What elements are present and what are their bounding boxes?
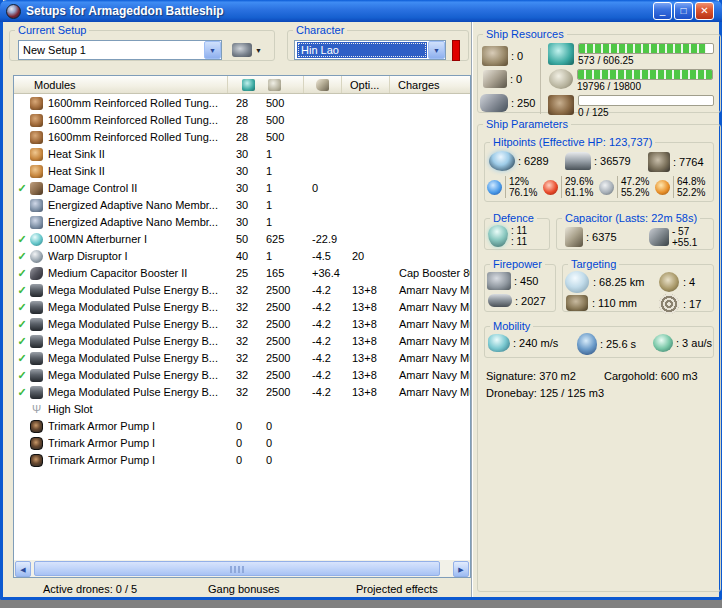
powergrid-value: 19796 / 19800 xyxy=(577,81,713,92)
module-cpu: 0 xyxy=(228,418,258,435)
targeting-range-icon xyxy=(565,271,589,293)
module-row[interactable]: ✓Damage Control II3010 xyxy=(14,180,470,197)
module-name: Mega Modulated Pulse Energy B... xyxy=(48,299,228,316)
close-button[interactable]: ✕ xyxy=(695,2,714,20)
module-row[interactable]: ✓Mega Modulated Pulse Energy B...322500-… xyxy=(14,384,470,401)
module-optimal xyxy=(342,112,390,129)
module-name: Medium Capacitor Booster II xyxy=(48,265,228,282)
module-cpu: 0 xyxy=(228,435,258,452)
module-row[interactable]: ✓Medium Capacitor Booster II25165+36.4Ca… xyxy=(14,265,470,282)
capacitor-column-header[interactable] xyxy=(304,76,342,93)
module-row[interactable]: ✓Warp Disruptor I401-4.520 xyxy=(14,248,470,265)
module-icon-cell xyxy=(30,401,48,418)
cpu-pg-column-header[interactable] xyxy=(228,76,304,93)
module-cap-use xyxy=(310,163,342,180)
scroll-left-icon[interactable]: ◀ xyxy=(15,561,31,577)
ship-resources-group: Ship Resources : 0 : 0 : 250 573 / 606.2… xyxy=(477,28,721,113)
drone-bar xyxy=(578,95,714,106)
optimal-column-header[interactable]: Opti... xyxy=(342,76,390,93)
module-cpu: 40 xyxy=(228,248,258,265)
character-group: Character Hin Lao ▼ xyxy=(287,24,469,61)
charges-column-header[interactable]: Charges xyxy=(390,76,470,93)
maximize-button[interactable]: □ xyxy=(674,2,693,20)
pulse-laser-icon xyxy=(30,284,43,297)
module-powergrid: 2500 xyxy=(258,367,310,384)
module-row[interactable]: 1600mm Reinforced Rolled Tung...28500 xyxy=(14,129,470,146)
mobility-label: Mobility xyxy=(490,320,533,332)
explosive-resist-icon xyxy=(655,180,670,195)
panel-divider xyxy=(471,22,473,597)
module-row[interactable]: 1600mm Reinforced Rolled Tung...28500 xyxy=(14,95,470,112)
module-row[interactable]: ✓Mega Modulated Pulse Energy B...322500-… xyxy=(14,333,470,350)
module-row[interactable]: ✓Mega Modulated Pulse Energy B...322500-… xyxy=(14,367,470,384)
modules-column-header[interactable]: Modules xyxy=(14,76,228,93)
module-powergrid xyxy=(258,401,310,418)
app-icon xyxy=(6,4,21,19)
module-row[interactable]: High Slot xyxy=(14,401,470,418)
rig-icon xyxy=(30,454,43,467)
module-cpu: 30 xyxy=(228,214,258,231)
afterburner-icon xyxy=(30,233,43,246)
gang-bonuses-expander[interactable]: Gang bonuses xyxy=(208,583,280,595)
firepower-group: Firepower : 450 : 2027 xyxy=(484,258,556,312)
module-powergrid: 0 xyxy=(258,418,310,435)
active-check-icon xyxy=(14,452,30,469)
module-charge xyxy=(390,435,470,452)
module-row[interactable]: Energized Adaptive Nano Membr...301 xyxy=(14,197,470,214)
module-row[interactable]: Energized Adaptive Nano Membr...301 xyxy=(14,214,470,231)
projected-effects-expander[interactable]: Projected effects xyxy=(356,583,438,595)
module-charge xyxy=(390,231,470,248)
module-cap-use xyxy=(310,146,342,163)
chevron-down-icon[interactable]: ▼ xyxy=(428,41,445,59)
volley-value: : 450 xyxy=(514,275,538,287)
max-velocity-value: : 240 m/s xyxy=(513,337,558,349)
sensor-strength-value: : 17 xyxy=(683,298,701,310)
module-row[interactable]: Trimark Armor Pump I00 xyxy=(14,418,470,435)
module-name: Mega Modulated Pulse Energy B... xyxy=(48,282,228,299)
module-row[interactable]: ✓Mega Modulated Pulse Energy B...322500-… xyxy=(14,350,470,367)
module-row[interactable]: Heat Sink II301 xyxy=(14,146,470,163)
titlebar[interactable]: Setups for Armageddon Battleship _ □ ✕ xyxy=(0,0,722,22)
module-row[interactable]: Heat Sink II301 xyxy=(14,163,470,180)
module-row[interactable]: ✓Mega Modulated Pulse Energy B...322500-… xyxy=(14,282,470,299)
module-icon-cell xyxy=(30,231,48,248)
module-cap-use xyxy=(310,95,342,112)
active-check-icon: ✓ xyxy=(14,316,30,333)
capacitor-amount-value: : 6375 xyxy=(586,231,617,243)
module-row[interactable]: Trimark Armor Pump I00 xyxy=(14,435,470,452)
scrollbar-thumb[interactable] xyxy=(34,561,440,576)
module-optimal xyxy=(342,163,390,180)
ship-parameters-label: Ship Parameters xyxy=(483,118,571,130)
module-powergrid: 165 xyxy=(258,265,310,282)
module-powergrid: 625 xyxy=(258,231,310,248)
rig-icon xyxy=(30,420,43,433)
module-powergrid: 500 xyxy=(258,95,310,112)
minimize-button[interactable]: _ xyxy=(653,2,672,20)
horizontal-scrollbar[interactable]: ◀ ▶ xyxy=(14,560,470,577)
setup-select[interactable]: New Setup 1 ▼ xyxy=(18,40,222,60)
ship-type-button[interactable]: ▼ xyxy=(232,39,266,61)
thermal-shield-resist: 29.6% xyxy=(565,176,593,187)
module-name: Heat Sink II xyxy=(48,163,228,180)
module-row[interactable]: ✓Mega Modulated Pulse Energy B...322500-… xyxy=(14,299,470,316)
module-row[interactable]: Trimark Armor Pump I00 xyxy=(14,452,470,469)
module-icon-cell xyxy=(30,333,48,350)
module-row[interactable]: 1600mm Reinforced Rolled Tung...28500 xyxy=(14,112,470,129)
module-cap-use xyxy=(310,129,342,146)
module-name: Heat Sink II xyxy=(48,146,228,163)
chevron-down-icon[interactable]: ▼ xyxy=(204,41,221,59)
module-name: Mega Modulated Pulse Energy B... xyxy=(48,350,228,367)
thermal-resist-icon xyxy=(543,180,558,195)
module-cap-use: -4.2 xyxy=(310,333,342,350)
module-row[interactable]: ✓Mega Modulated Pulse Energy B...322500-… xyxy=(14,316,470,333)
character-select[interactable]: Hin Lao ▼ xyxy=(294,40,446,60)
module-cap-use xyxy=(310,452,342,469)
powergrid-icon xyxy=(549,69,573,89)
active-drones-expander[interactable]: Active drones: 0 / 5 xyxy=(43,583,137,595)
scan-resolution-icon xyxy=(566,295,588,311)
module-charge xyxy=(390,163,470,180)
defence-group: Defence : 11 : 11 xyxy=(484,212,550,250)
module-row[interactable]: ✓100MN Afterburner I50625-22.9 xyxy=(14,231,470,248)
scroll-right-icon[interactable]: ▶ xyxy=(453,561,469,577)
module-cpu: 25 xyxy=(228,265,258,282)
